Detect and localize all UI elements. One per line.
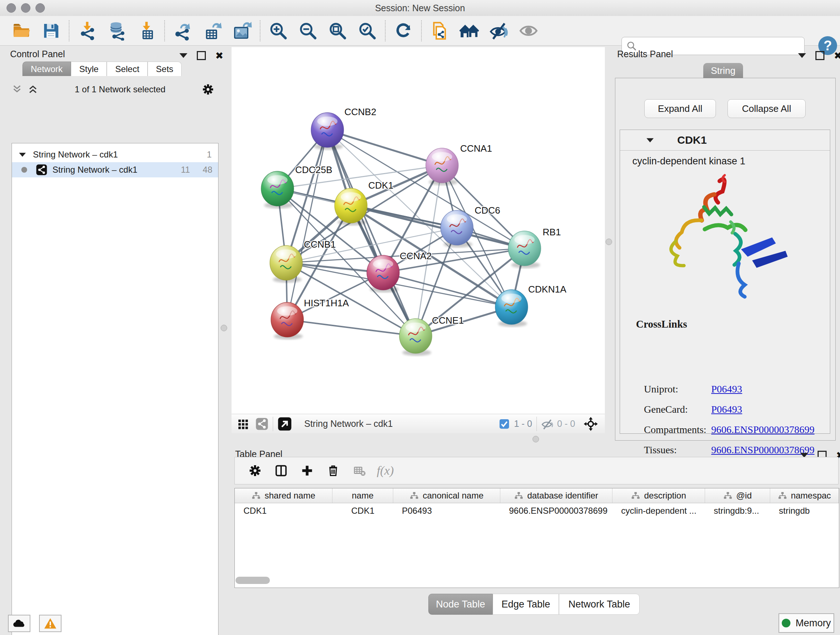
control-panel-float-icon[interactable]	[197, 51, 206, 60]
expand-all-button[interactable]: Expand All	[644, 99, 716, 118]
network-node[interactable]: CCNA1	[426, 143, 492, 185]
tab-node-table[interactable]: Node Table	[428, 594, 493, 615]
pan-crosshair-icon[interactable]	[583, 416, 598, 432]
expand-all-icon[interactable]	[27, 84, 38, 95]
gene-card-header[interactable]: CDK1	[620, 130, 830, 150]
column-header[interactable]: description	[613, 488, 705, 503]
tab-select[interactable]: Select	[107, 62, 148, 76]
tab-sets[interactable]: Sets	[148, 62, 182, 76]
horizontal-scrollbar[interactable]	[235, 577, 270, 584]
import-network-button[interactable]	[73, 18, 102, 43]
zoom-out-button[interactable]	[293, 18, 323, 43]
show-columns-button[interactable]	[268, 459, 294, 482]
import-database-button[interactable]	[102, 18, 132, 43]
gene-collapse-icon[interactable]	[646, 138, 654, 142]
share-icon[interactable]	[256, 417, 268, 431]
tab-network[interactable]: Network	[22, 62, 71, 76]
network-collection-row[interactable]: String Network – cdk1 1	[12, 147, 218, 162]
table-cell[interactable]: stringdb	[770, 506, 839, 516]
memory-button[interactable]: Memory	[778, 613, 834, 633]
crosslink-value[interactable]: P06493	[711, 404, 742, 415]
show-all-button[interactable]	[514, 18, 543, 43]
toolbar-divider	[260, 20, 261, 41]
column-header[interactable]: database identifier	[500, 488, 613, 503]
network-row[interactable]: String Network – cdk1 11 48	[12, 162, 218, 177]
birdseye-icon[interactable]	[237, 417, 250, 431]
export-image-button[interactable]	[227, 18, 257, 43]
network-edge[interactable]	[287, 320, 416, 336]
duplicate-network-button[interactable]	[425, 18, 454, 43]
hide-selected-button[interactable]	[484, 18, 514, 43]
table-cell[interactable]: P06493	[393, 506, 500, 516]
network-canvas[interactable]: CCNB2CCNA1CDC25BCDK1CDC6RB1CCNB1CCNA2CDK…	[232, 47, 605, 433]
open-session-button[interactable]	[6, 18, 36, 43]
column-header[interactable]: shared name	[235, 488, 332, 503]
crosslink-value[interactable]: P06493	[711, 383, 742, 395]
network-graph[interactable]: CCNB2CCNA1CDC25BCDK1CDC6RB1CCNB1CCNA2CDK…	[232, 47, 605, 414]
tab-style[interactable]: Style	[71, 62, 107, 76]
delete-table-button[interactable]	[346, 459, 372, 482]
function-builder-button[interactable]: f(x)	[372, 459, 398, 482]
network-node[interactable]: CCNB2	[311, 106, 376, 150]
network-node[interactable]: CDK1	[335, 180, 393, 226]
zoom-out-icon	[298, 21, 317, 41]
table-cell[interactable]: stringdb:9...	[705, 506, 770, 516]
network-node[interactable]: CCNE1	[399, 315, 464, 356]
tab-string[interactable]: String	[703, 63, 743, 78]
results-panel-menu-icon[interactable]	[798, 53, 806, 58]
first-neighbors-button[interactable]	[454, 18, 484, 43]
export-table-button[interactable]	[197, 18, 227, 43]
canvas-network-title: String Network – cdk1	[304, 418, 393, 429]
cloud-status-button[interactable]	[8, 615, 30, 632]
network-edge-count: 48	[202, 165, 212, 175]
save-session-button[interactable]	[36, 18, 66, 43]
zoom-in-button[interactable]	[264, 18, 293, 43]
collection-expand-icon[interactable]	[19, 152, 26, 157]
collapse-all-icon[interactable]	[11, 84, 22, 95]
crosslink-value[interactable]: 9606.ENSP00000378699	[711, 424, 814, 435]
column-header[interactable]: canonical name	[393, 488, 500, 503]
column-header[interactable]: namespac	[770, 488, 839, 503]
control-panel-close-icon[interactable]: ✖	[215, 51, 224, 60]
results-panel-float-icon[interactable]	[815, 51, 824, 60]
export-network-button[interactable]	[168, 18, 197, 43]
table-cell[interactable]: CDK1	[235, 506, 332, 516]
selected-checkbox-icon[interactable]	[499, 418, 510, 429]
splitter-handle[interactable]	[532, 436, 539, 442]
add-column-button[interactable]	[294, 459, 320, 482]
network-node[interactable]: HIST1H1A	[271, 298, 349, 340]
zoom-fit-button[interactable]	[323, 18, 352, 43]
tab-edge-table[interactable]: Edge Table	[493, 594, 559, 615]
delete-column-button[interactable]	[320, 459, 346, 482]
window-title: Session: New Session	[0, 3, 840, 13]
column-header[interactable]: @id	[705, 488, 770, 503]
network-node[interactable]: CDKN1A	[495, 284, 567, 327]
crosslink-value[interactable]: 9606.ENSP00000378699	[711, 444, 814, 456]
column-header[interactable]: name	[332, 488, 393, 503]
cloud-icon	[12, 618, 26, 629]
table-cell[interactable]: CDK1	[332, 506, 393, 516]
network-node-label: RB1	[543, 226, 561, 238]
table-cell[interactable]: cyclin-dependent ...	[613, 506, 705, 516]
open-in-window-icon[interactable]	[278, 417, 292, 431]
collection-label: String Network – cdk1	[33, 149, 118, 160]
network-edge[interactable]	[327, 130, 442, 165]
table-settings-button[interactable]	[242, 459, 268, 482]
network-node[interactable]: CCNA2	[367, 250, 431, 293]
network-node[interactable]: RB1	[508, 226, 561, 268]
string-results-box: Expand All Collapse All CDK1 cyclin-depe…	[615, 78, 836, 440]
refresh-button[interactable]	[388, 18, 418, 43]
network-edge[interactable]	[287, 130, 327, 320]
zoom-selected-button[interactable]	[352, 18, 382, 43]
control-panel-menu-icon[interactable]	[180, 53, 187, 58]
splitter-handle[interactable]	[221, 325, 227, 331]
table-row[interactable]: CDK1CDK1P064939606.ENSP00000378699cyclin…	[235, 503, 839, 518]
gear-icon[interactable]	[202, 83, 214, 96]
warning-status-button[interactable]	[39, 615, 62, 632]
collapse-all-button[interactable]: Collapse All	[728, 99, 806, 118]
tab-network-table[interactable]: Network Table	[559, 594, 639, 615]
table-cell[interactable]: 9606.ENSP00000378699	[500, 506, 613, 516]
results-panel-close-icon[interactable]: ✖	[834, 51, 840, 60]
memory-label: Memory	[796, 618, 831, 629]
import-table-button[interactable]	[132, 18, 161, 43]
